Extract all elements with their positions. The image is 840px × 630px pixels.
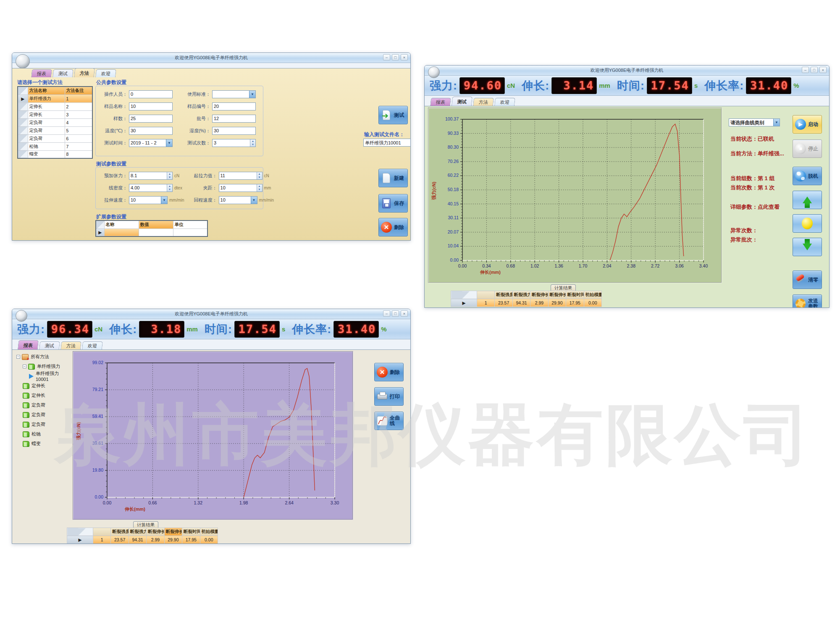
table-row[interactable]: ▶ [96,228,207,236]
svg-text:1.98: 1.98 [239,500,248,505]
param-input[interactable]: 10▼ [129,196,168,204]
tree-expander-icon[interactable]: − [16,355,20,359]
table-row[interactable]: 定负荷4 [18,118,92,126]
chevron-down-icon[interactable]: ▼ [166,139,172,147]
tab-welcome[interactable]: 欢迎 [82,341,103,349]
param-input[interactable]: 12 [212,115,256,123]
table-row[interactable]: ▶单纤维强力1 [18,94,92,102]
tab-method[interactable]: 方法 [60,341,81,349]
tree-item[interactable]: −单纤维强力 [16,362,70,371]
maximize-button[interactable]: □ [392,54,399,60]
table-row[interactable]: 定伸长3 [18,110,92,118]
param-input[interactable]: ▼ [212,90,256,98]
start-button[interactable]: ▶ 启动 [793,115,822,134]
tab-report[interactable]: 报表 [430,98,451,106]
curve-type-select[interactable]: 请选择曲线类别 ▼ [729,118,780,126]
param-input[interactable]: 4.00▲▼ [129,184,173,192]
spinner-control[interactable]: ▲▼ [167,184,172,192]
send-params-button[interactable]: 发送参数 [793,294,822,308]
full-curve-button[interactable]: 全曲线 [374,412,404,430]
offline-button[interactable]: 脱机 [793,167,822,185]
param-input[interactable]: 20 [212,102,256,110]
tab-report[interactable]: 报表 [18,340,39,349]
table-row[interactable]: 蠕变8 [18,150,92,158]
tree-item[interactable]: 定伸长 [16,391,70,400]
save-button[interactable]: 保存 [378,194,408,213]
tree-item[interactable]: −所有方法 [16,352,70,362]
pause-ball-button[interactable] [793,214,822,233]
minimize-button[interactable]: – [383,54,390,60]
file-name-input[interactable]: 单纤维强力10001 [363,139,411,147]
svg-text:0.00: 0.00 [95,494,104,499]
title-bar[interactable]: 欢迎使用YG008E电子单纤维强力机 – □ × [425,66,829,76]
param-input[interactable]: 10▲▼ [219,184,262,192]
delete-button[interactable]: × 删除 [374,363,404,381]
param-input[interactable]: 10 [129,102,173,110]
param-input[interactable]: 25 [129,115,173,123]
param-input[interactable]: 8.1▲▼ [129,172,173,180]
delete-button[interactable]: × 删除 [378,218,408,236]
param-input[interactable]: 11▲▼ [219,172,262,180]
common-params-fields: 操作人员：0使用标准：▼样品名称：10样品编号：20样数：25批号：12温度(℃… [98,90,261,147]
tree-item[interactable]: 定负荷 [16,410,70,420]
table-row[interactable]: 定负荷6 [18,134,92,142]
chevron-down-icon[interactable]: ▼ [249,91,255,98]
tree-expander-icon[interactable]: − [23,365,26,368]
svg-text:2.72: 2.72 [651,263,660,268]
chevron-down-icon[interactable]: ▼ [251,197,257,204]
jog-up-button[interactable] [793,191,822,209]
title-bar[interactable]: 欢迎使用YG008E电子单纤维强力机 – □ × [12,53,410,63]
table-row[interactable]: ▶123.5794.312.9929.9017.950.00 [67,536,218,544]
tab-test[interactable]: 测试 [452,97,472,106]
tab-method[interactable]: 方法 [74,68,95,77]
param-value: 25 [129,115,172,122]
print-button[interactable]: 打印 [374,387,404,406]
table-cell: 23.57 [495,299,512,307]
tab-welcome[interactable]: 欢迎 [494,98,515,106]
maximize-button[interactable]: □ [811,67,818,73]
param-input[interactable]: 2019 - 11 - 2▼ [129,139,173,147]
tab-method[interactable]: 方法 [473,98,494,106]
jog-down-button[interactable] [793,238,822,256]
minimize-button[interactable]: – [802,67,809,73]
param-input[interactable]: 3▲▼ [212,139,256,147]
new-button[interactable]: 新建 [378,169,408,187]
tree-item[interactable]: 定负荷 [16,400,70,410]
tab-report[interactable]: 报表 [31,69,52,77]
table-row[interactable]: 定伸长2 [18,102,92,110]
title-bar[interactable]: 欢迎使用YG008E电子单纤维强力机 – □ × [12,309,410,319]
param-input[interactable]: 30 [129,127,173,135]
chevron-down-icon[interactable]: ▼ [773,119,780,126]
tree-item[interactable]: 单纤维强力10001 [16,371,70,381]
close-button[interactable]: × [819,67,827,73]
table-row[interactable]: 定负荷5 [18,126,92,134]
tree-item[interactable]: 定伸长 [16,381,70,391]
param-input[interactable]: 0 [129,90,173,98]
minimize-button[interactable]: – [383,310,390,317]
param-input[interactable]: 30 [212,127,256,135]
param-value: 10 [129,197,161,204]
tab-test[interactable]: 测试 [52,69,74,77]
spinner-control[interactable]: ▲▼ [257,184,262,192]
tree-item[interactable]: 蠕变 [16,439,70,449]
tree-item[interactable]: 松驰 [16,429,70,439]
spinner-control[interactable]: ▲▼ [167,172,172,179]
close-button[interactable]: × [401,310,408,317]
spinner-control[interactable]: ▲▼ [250,139,255,147]
table-row[interactable]: ▶123.5794.312.9929.9017.950.00 [451,299,602,307]
chevron-down-icon[interactable]: ▼ [161,197,167,204]
table-row[interactable]: 松驰7 [18,142,92,150]
detail-params-link[interactable]: 详细参数：点此查看 [730,203,780,211]
stop-button[interactable]: ■ 停止 [793,139,822,158]
close-button[interactable]: × [401,54,408,60]
maximize-button[interactable]: □ [392,310,399,317]
tab-test[interactable]: 测试 [39,341,60,349]
tab-welcome[interactable]: 欢迎 [95,69,116,77]
table-corner [451,291,477,299]
spinner-control[interactable]: ▲▼ [257,172,262,179]
tree-item[interactable]: 定负荷 [16,420,70,429]
param-input[interactable]: 10▼ [219,196,257,204]
param-value: 10 [219,184,257,192]
zero-clear-button[interactable]: 清零 [793,270,822,289]
run-test-button[interactable]: 测试 [378,106,408,124]
